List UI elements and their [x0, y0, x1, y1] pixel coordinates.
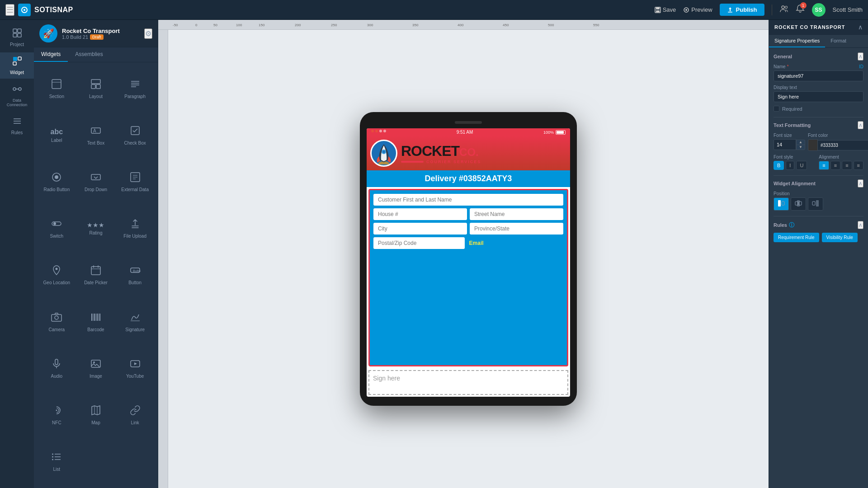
id-badge[interactable]: ID: [859, 64, 863, 69]
text-box-label: Text Box: [87, 141, 104, 145]
underline-button[interactable]: U: [796, 161, 807, 170]
required-checkbox-row: Required: [774, 106, 863, 112]
position-left-button[interactable]: [774, 197, 789, 211]
svg-point-66: [93, 361, 95, 363]
position-center-button[interactable]: [791, 197, 806, 211]
name-prop-label: Name * ID: [774, 64, 863, 69]
visibility-rule-button[interactable]: Visibility Rule: [822, 233, 858, 242]
save-button[interactable]: Save: [655, 6, 676, 13]
province-input[interactable]: [470, 223, 563, 235]
font-size-up-button[interactable]: ▲: [796, 140, 805, 145]
tab-widgets[interactable]: Widgets: [34, 47, 68, 62]
widget-item-image[interactable]: Image: [77, 346, 115, 391]
widget-grid: Section Layout Paragraph abc Label: [34, 62, 158, 488]
font-color-swatch[interactable]: [808, 139, 818, 151]
widget-item-check-box[interactable]: Check Box: [116, 113, 154, 158]
project-settings-button[interactable]: ⚙: [144, 28, 152, 39]
geo-location-label: Geo Location: [43, 280, 71, 285]
street-name-input[interactable]: [470, 208, 563, 220]
tab-signature-properties[interactable]: Signature Properties: [769, 35, 825, 47]
section-icon: [51, 79, 62, 92]
customer-name-input[interactable]: [373, 194, 563, 206]
button-widget-label: Button: [128, 280, 142, 285]
requirement-rule-button[interactable]: Requirement Rule: [774, 233, 819, 242]
svg-point-45: [53, 222, 56, 225]
section-label: Section: [49, 94, 64, 99]
align-right-button[interactable]: ≡: [842, 161, 852, 170]
font-size-input[interactable]: [774, 139, 796, 150]
widget-item-file-upload[interactable]: File Upload: [116, 206, 154, 251]
widget-item-date-picker[interactable]: Date Picker: [77, 252, 115, 298]
svg-point-20: [19, 88, 21, 90]
widget-item-external-data[interactable]: External Data: [116, 159, 154, 205]
preview-button[interactable]: Preview: [683, 6, 712, 13]
tab-format[interactable]: Format: [825, 35, 852, 47]
name-input[interactable]: [774, 70, 863, 81]
widget-item-switch[interactable]: Switch: [38, 206, 76, 251]
widget-item-list[interactable]: List: [38, 439, 76, 484]
app-logo: [18, 4, 31, 16]
widget-item-rating[interactable]: ★★★ Rating: [77, 206, 115, 251]
position-right-button[interactable]: [808, 197, 823, 211]
widget-item-nfc[interactable]: NFC: [38, 392, 76, 438]
font-style-label: Font style: [774, 155, 816, 160]
font-color-input[interactable]: [818, 140, 868, 150]
postal-input[interactable]: [373, 237, 465, 249]
city-input[interactable]: [373, 223, 467, 235]
sidebar-tool-rules[interactable]: Rules: [0, 113, 34, 139]
display-text-input[interactable]: [774, 91, 863, 102]
notifications-button[interactable]: 1: [796, 4, 805, 15]
tab-assemblies[interactable]: Assemblies: [68, 47, 110, 62]
text-formatting-toggle[interactable]: ∧: [858, 121, 863, 129]
sidebar-tool-widget[interactable]: Widget: [0, 52, 34, 79]
widget-item-button[interactable]: Button Button: [116, 252, 154, 298]
bold-button[interactable]: B: [774, 161, 784, 170]
hamburger-menu-button[interactable]: ☰: [5, 4, 14, 16]
widget-alignment-toggle[interactable]: ∧: [858, 179, 863, 188]
svg-text:250: 250: [331, 23, 337, 27]
email-link[interactable]: Email: [467, 238, 486, 248]
widget-item-text-box[interactable]: A Text Box: [77, 113, 115, 158]
app-header: ROCKET CO. COURIER SERVICES: [367, 136, 570, 170]
divider-1: [774, 117, 863, 117]
project-info: Rocket Co Transport 1.0 Build 21 Draft: [62, 28, 140, 40]
house-number-input[interactable]: [373, 208, 467, 220]
audio-icon: [51, 358, 62, 372]
drop-down-label: Drop Down: [85, 187, 107, 192]
widget-item-camera[interactable]: Camera: [38, 299, 76, 345]
users-icon-button[interactable]: [779, 4, 788, 15]
widget-item-map[interactable]: Map: [77, 392, 115, 438]
widget-item-signature[interactable]: Signature: [116, 299, 154, 345]
sidebar-tool-project[interactable]: Project: [0, 24, 34, 51]
layout-label: Layout: [89, 94, 103, 99]
sidebar-tool-data-connection[interactable]: Data Connection: [0, 80, 34, 111]
tablet-screen: 9:51 AM 100%: [367, 128, 570, 397]
signature-area[interactable]: Sign here: [368, 370, 568, 395]
widget-item-paragraph[interactable]: Paragraph: [116, 66, 154, 112]
widget-item-audio[interactable]: Audio: [38, 346, 76, 391]
widget-item-layout[interactable]: Layout: [77, 66, 115, 112]
font-size-down-button[interactable]: ▼: [796, 145, 805, 150]
italic-button[interactable]: I: [786, 161, 794, 170]
align-center-button[interactable]: ≡: [830, 161, 840, 170]
widget-item-drop-down[interactable]: Drop Down: [77, 159, 115, 205]
required-checkbox[interactable]: [774, 106, 779, 112]
right-panel-close-button[interactable]: ∧: [858, 23, 863, 31]
publish-button[interactable]: Publish: [720, 4, 764, 16]
rules-toggle[interactable]: ∧: [858, 221, 863, 229]
tab-extra[interactable]: [852, 35, 863, 47]
position-buttons: [774, 197, 863, 211]
widget-item-barcode[interactable]: Barcode: [77, 299, 115, 345]
widget-item-radio-button[interactable]: Radio Button: [38, 159, 76, 205]
widget-item-label[interactable]: abc Label: [38, 113, 76, 158]
align-justify-button[interactable]: ≡: [854, 161, 863, 170]
svg-rect-27: [91, 80, 100, 84]
general-section-toggle[interactable]: ∧: [858, 52, 863, 61]
widget-item-geo-location[interactable]: Geo Location: [38, 252, 76, 298]
align-left-button[interactable]: ≡: [819, 161, 829, 170]
widget-item-youtube[interactable]: YouTube: [116, 346, 154, 391]
widget-item-link[interactable]: Link: [116, 392, 154, 438]
widget-item-section[interactable]: Section: [38, 66, 76, 112]
name-required-star: *: [787, 64, 789, 69]
widget-alignment-title: Widget Alignment: [774, 181, 816, 186]
